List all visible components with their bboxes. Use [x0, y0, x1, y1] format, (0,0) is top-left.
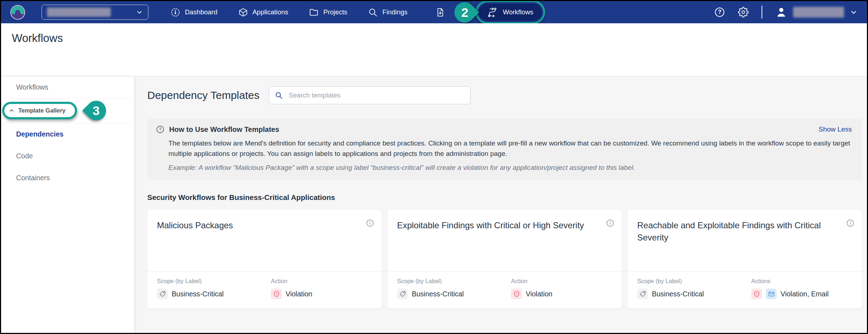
action-value: Violation, Email — [781, 290, 829, 298]
annotation-step-3: 3 — [82, 97, 110, 125]
help-box-example: Example: A workflow “Malicious Package” … — [168, 164, 852, 172]
svg-text:?: ? — [718, 9, 721, 15]
sidebar-item-containers[interactable]: Containers — [1, 167, 134, 189]
main-panel: Dependency Templates ? How to Use Workfl… — [134, 76, 867, 333]
mend-logo[interactable] — [10, 5, 25, 20]
org-name-redacted — [47, 8, 111, 17]
nav-item-findings[interactable]: Findings — [368, 8, 407, 17]
nav-label: Workflows — [503, 8, 533, 16]
help-circle-icon: ? — [714, 7, 725, 18]
info-circle-icon[interactable] — [846, 219, 854, 227]
user-name-redacted — [793, 7, 844, 18]
user-menu[interactable] — [775, 6, 858, 18]
tag-icon — [157, 288, 168, 299]
scope-label: Scope (by Label) — [397, 278, 511, 285]
scope-label: Scope (by Label) — [157, 278, 271, 285]
content-area: Workflows Template Gallery 3 Dependencie… — [1, 76, 867, 333]
dashboard-gauge-icon — [171, 8, 180, 17]
question-circle-icon: ? — [156, 125, 164, 134]
navbar-right: ? — [714, 6, 858, 19]
info-circle-icon[interactable] — [606, 219, 614, 227]
chevron-down-icon — [136, 9, 143, 16]
sidebar-item-label: Code — [16, 152, 33, 160]
template-card-reachable-exploitable-findings[interactable]: Reachable and Exploitable Findings with … — [628, 210, 862, 309]
user-avatar-icon — [775, 6, 787, 18]
sidebar-group-template-gallery-row: Template Gallery 3 — [1, 98, 134, 123]
navbar-divider — [762, 6, 763, 19]
card-action: Action Violation — [511, 278, 612, 299]
nav-label: Findings — [382, 8, 407, 16]
tag-icon — [397, 288, 408, 299]
scope-label: Scope (by Label) — [637, 278, 751, 285]
sidebar-item-label: Workflows — [16, 83, 48, 91]
nav-item-applications[interactable]: Applications — [238, 8, 288, 17]
template-search — [269, 86, 471, 104]
card-title: Malicious Packages — [157, 219, 359, 232]
card-title: Exploitable Findings with Critical or Hi… — [397, 219, 600, 232]
action-label: Action — [271, 278, 372, 285]
sidebar-item-label: Containers — [16, 174, 50, 182]
scope-value: Business-Critical — [652, 290, 704, 298]
nav-item-projects[interactable]: Projects — [309, 8, 347, 17]
sidebar-item-workflows[interactable]: Workflows — [1, 76, 134, 98]
email-envelope-icon — [766, 288, 777, 299]
annotation-step-3-number: 3 — [93, 104, 100, 118]
sidebar: Workflows Template Gallery 3 Dependencie… — [1, 76, 134, 333]
annotation-highlight-template-gallery[interactable]: Template Gallery — [2, 102, 77, 119]
workflows-route-icon — [487, 7, 497, 17]
nav-item-dashboard[interactable]: Dashboard — [171, 8, 218, 17]
scope-value: Business-Critical — [412, 290, 464, 298]
reports-button[interactable] — [435, 8, 445, 17]
action-value: Violation — [286, 290, 312, 298]
sidebar-group-label: Template Gallery — [18, 107, 66, 114]
sidebar-item-code[interactable]: Code — [1, 145, 134, 167]
annotation-step-2-number: 2 — [461, 5, 468, 19]
gear-icon — [738, 7, 749, 18]
annotation-step-2: 2 — [450, 0, 479, 27]
violation-shield-icon — [271, 288, 282, 299]
nav-label: Dashboard — [185, 8, 218, 16]
tag-icon — [637, 288, 648, 299]
card-scope: Scope (by Label) Business-Critical — [397, 278, 511, 299]
violation-shield-icon — [751, 288, 762, 299]
section-title: Security Workflows for Business-Critical… — [147, 193, 862, 202]
action-label: Actions — [751, 278, 852, 285]
search-icon — [275, 91, 283, 99]
scope-value: Business-Critical — [172, 290, 224, 298]
page-header: Workflows — [1, 23, 867, 76]
settings-button[interactable] — [738, 7, 749, 18]
info-circle-icon[interactable] — [366, 219, 374, 227]
top-navbar: Dashboard Applications Projects Find — [1, 1, 867, 23]
sidebar-item-label: Dependencies — [16, 130, 63, 138]
chevron-down-icon — [850, 8, 858, 16]
help-box-body: The templates below are Mend's definitio… — [168, 138, 852, 159]
nav-label: Applications — [253, 8, 288, 16]
template-cards: Malicious Packages Scope (by Label) — [147, 210, 862, 309]
svg-text:?: ? — [159, 127, 162, 132]
nav-item-workflows-active[interactable]: Workflows — [479, 4, 542, 21]
help-button[interactable]: ? — [714, 7, 725, 18]
card-scope: Scope (by Label) Business-Critical — [157, 278, 271, 299]
template-card-malicious-packages[interactable]: Malicious Packages Scope (by Label) — [147, 210, 382, 309]
action-value: Violation — [526, 290, 552, 298]
chevron-up-icon — [9, 108, 14, 113]
organization-selector[interactable] — [42, 5, 148, 20]
card-action: Actions Violation, Email — [751, 278, 852, 299]
help-box: ? How to Use Workflow Templates Show Les… — [147, 119, 862, 180]
app-window: Dashboard Applications Projects Find — [0, 0, 868, 334]
report-download-icon — [435, 8, 445, 17]
violation-shield-icon — [511, 288, 522, 299]
projects-folder-icon — [309, 8, 319, 17]
primary-nav: Dashboard Applications Projects Find — [171, 8, 407, 17]
action-label: Action — [511, 278, 612, 285]
findings-search-icon — [368, 8, 378, 17]
show-less-link[interactable]: Show Less — [819, 125, 852, 133]
annotation-highlight-workflows: Workflows — [476, 0, 545, 24]
card-scope: Scope (by Label) Business-Critical — [637, 278, 751, 299]
nav-label: Projects — [323, 8, 347, 16]
search-input[interactable] — [288, 91, 464, 100]
template-card-exploitable-findings[interactable]: Exploitable Findings with Critical or Hi… — [387, 210, 622, 309]
card-action: Action Violation — [271, 278, 372, 299]
sidebar-item-dependencies[interactable]: Dependencies — [1, 123, 134, 145]
page-title: Workflows — [12, 32, 856, 45]
